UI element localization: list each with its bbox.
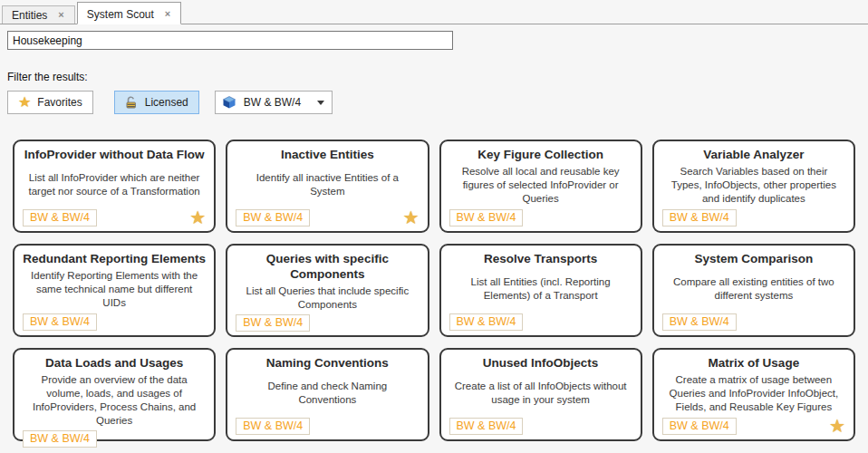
star-icon: ★ xyxy=(18,95,31,110)
card-description: Identify Reporting Elements with the sam… xyxy=(23,267,206,312)
tool-card[interactable]: Naming Conventions Define and check Nami… xyxy=(226,348,429,441)
card-description: Identify all inactive Entities of a Syst… xyxy=(236,163,419,207)
system-badge: BW & BW/4 xyxy=(23,430,97,448)
card-footer: BW & BW/4 ★ xyxy=(236,415,419,435)
tool-card[interactable]: Matrix of Usage Create a matrix of usage… xyxy=(652,348,855,441)
tool-card[interactable]: Redundant Reporting Elements Identify Re… xyxy=(13,244,216,337)
card-footer: BW & BW/4 ★ xyxy=(23,429,206,448)
licensed-filter-label: Licensed xyxy=(145,96,188,109)
system-badge: BW & BW/4 xyxy=(236,314,310,332)
chevron-down-icon xyxy=(317,101,324,105)
favorite-star-icon[interactable]: ★ xyxy=(403,208,420,226)
card-title: Redundant Reporting Elements xyxy=(23,252,206,267)
card-description: List all Entities (incl. Reporting Eleme… xyxy=(449,267,632,311)
card-title: Queries with specific Components xyxy=(236,252,419,283)
tool-card[interactable]: Unused InfoObjects Create a list of all … xyxy=(439,348,642,441)
system-badge: BW & BW/4 xyxy=(662,313,737,331)
tab-close-icon[interactable]: × xyxy=(56,9,65,21)
favorite-star-icon[interactable]: ★ xyxy=(829,417,845,435)
card-title: Variable Analyzer xyxy=(662,148,845,163)
favorites-filter-button[interactable]: ★ Favorites xyxy=(7,91,93,114)
card-title: Matrix of Usage xyxy=(662,356,845,371)
card-description: Provide an overview of the data volume, … xyxy=(23,371,206,429)
system-badge: BW & BW/4 xyxy=(236,209,310,226)
card-title: InfoProvider without Data Flow xyxy=(23,148,206,163)
card-description: List all Queries that include specific C… xyxy=(236,283,419,313)
tab-close-icon[interactable]: × xyxy=(163,8,172,20)
card-footer: BW & BW/4 ★ xyxy=(662,207,845,226)
system-badge: BW & BW/4 xyxy=(662,418,737,435)
system-badge: BW & BW/4 xyxy=(23,209,97,226)
card-title: Inactive Entities xyxy=(236,148,419,163)
card-title: Unused InfoObjects xyxy=(449,356,632,371)
filter-section-label: Filter the results: xyxy=(7,71,868,83)
tab-bar: Entities × System Scout × xyxy=(0,0,868,24)
card-description: Compare all existing entities of two dif… xyxy=(662,267,845,311)
system-badge: BW & BW/4 xyxy=(236,418,310,435)
system-badge: BW & BW/4 xyxy=(449,418,524,435)
open-lock-icon xyxy=(125,96,139,109)
card-footer: BW & BW/4 ★ xyxy=(449,207,632,226)
licensed-filter-button[interactable]: Licensed xyxy=(114,91,199,114)
card-description: Resolve all local and reusable key figur… xyxy=(449,163,632,207)
tab[interactable]: Entities × xyxy=(2,5,75,24)
favorites-filter-label: Favorites xyxy=(37,96,82,109)
tool-card[interactable]: Data Loads and Usages Provide an overvie… xyxy=(13,348,216,441)
tool-card[interactable]: Resolve Transports List all Entities (in… xyxy=(439,244,642,337)
tab-label: Entities xyxy=(12,9,47,22)
card-footer: BW & BW/4 ★ xyxy=(23,312,206,331)
card-description: List all InfoProvider which are neither … xyxy=(23,163,206,207)
card-title: Key Figure Collection xyxy=(449,148,632,163)
card-description: Search Variables based on their Types, I… xyxy=(662,163,845,207)
system-badge: BW & BW/4 xyxy=(23,313,97,331)
card-footer: BW & BW/4 ★ xyxy=(236,313,419,332)
card-footer: BW & BW/4 ★ xyxy=(662,311,845,331)
search-input[interactable] xyxy=(7,31,453,50)
card-footer: BW & BW/4 ★ xyxy=(23,207,206,226)
card-footer: BW & BW/4 ★ xyxy=(449,311,632,331)
tool-card[interactable]: Queries with specific Components List al… xyxy=(226,244,429,337)
system-badge: BW & BW/4 xyxy=(662,209,737,226)
card-title: System Comparison xyxy=(662,252,845,267)
tool-card[interactable]: InfoProvider without Data Flow List all … xyxy=(13,140,216,233)
tool-card[interactable]: Key Figure Collection Resolve all local … xyxy=(439,140,642,233)
card-description: Define and check Naming Conventions xyxy=(236,371,419,415)
card-description: Create a matrix of usage between Queries… xyxy=(662,371,845,416)
system-badge: BW & BW/4 xyxy=(449,209,524,226)
card-footer: BW & BW/4 ★ xyxy=(449,415,632,435)
favorite-star-icon[interactable]: ★ xyxy=(189,208,206,226)
card-title: Naming Conventions xyxy=(236,356,419,371)
card-grid: InfoProvider without Data Flow List all … xyxy=(0,140,868,441)
tab[interactable]: System Scout × xyxy=(77,2,181,24)
system-type-dropdown-value: BW & BW/4 xyxy=(244,96,309,109)
tool-card[interactable]: Inactive Entities Identify all inactive … xyxy=(226,140,429,233)
tab-label: System Scout xyxy=(87,8,154,21)
card-footer: BW & BW/4 ★ xyxy=(662,416,845,435)
card-footer: BW & BW/4 ★ xyxy=(236,207,419,226)
card-title: Data Loads and Usages xyxy=(23,356,206,371)
tool-card[interactable]: System Comparison Compare all existing e… xyxy=(652,244,855,337)
system-badge: BW & BW/4 xyxy=(449,313,524,331)
card-description: Create a list of all InfoObjects without… xyxy=(449,371,632,415)
tool-card[interactable]: Variable Analyzer Search Variables based… xyxy=(652,140,855,233)
filter-row: ★ Favorites Licensed BW & BW/4 xyxy=(7,91,868,114)
search-row xyxy=(0,24,868,50)
cube-icon xyxy=(223,96,236,109)
card-title: Resolve Transports xyxy=(449,252,632,267)
system-type-dropdown[interactable]: BW & BW/4 xyxy=(215,91,333,114)
